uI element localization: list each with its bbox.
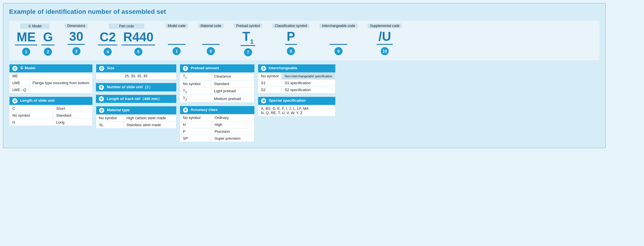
code-G: G (41, 30, 55, 45)
size-value: 25, 30, 35, 45 (96, 73, 176, 80)
ac-row2-col1: H (180, 121, 212, 128)
diag-col-U: /U 10 (377, 29, 393, 55)
pl-row3-col1: T1 (180, 87, 211, 95)
material-header: ⑥ Material type (96, 106, 176, 115)
num-slide-header: ④ Number of slide unit（2） (96, 83, 176, 91)
table-row: SL Stainless steel made (96, 122, 176, 128)
ic-row2-col1: S1 (258, 80, 282, 87)
spacer1 (55, 24, 65, 56)
table-row: ME (9, 73, 92, 80)
supplemental-label: Supplemental code (368, 24, 402, 28)
ic-row1-col1: No symbol (258, 73, 282, 80)
ic-row1-col2: Non-interchangeable specification (282, 73, 335, 80)
diag-col-T1: T1 7 (241, 29, 255, 56)
code-blank1: __ (168, 29, 185, 45)
num-2: 2 (44, 48, 52, 56)
pl-row2-col1: No symbol (180, 80, 211, 87)
mat-row1-col1: No symbol (96, 115, 124, 122)
part-code-items: C2 4 R440 5 (98, 30, 155, 56)
group-dimensions: Dimensions 30 3 (65, 24, 88, 56)
model-row3-col2 (30, 87, 92, 93)
num-1a: 1 (22, 48, 30, 56)
ic-row3-col2: S2 specification (282, 87, 335, 93)
diag-col-C2: C2 4 (98, 30, 117, 56)
diag-col-ME: ME 1 (15, 30, 37, 56)
table-row: S1 S1 specification (258, 80, 335, 87)
group-material-code: Material code __ 6 (198, 24, 223, 56)
diag-col-blank1: __ 1 (168, 29, 185, 55)
table-row: SP Super precision (180, 135, 254, 142)
circle-6: ⑥ (99, 108, 104, 113)
length-slide-header: ② Length of slide unit (9, 97, 92, 105)
diagram-area: ① Model ME 1 G 2 Dimensions 30 (9, 21, 599, 60)
interchangeable-table: ⑨ Interchangeable No symbol Non-intercha… (258, 64, 335, 93)
table-row: T1 Light preload (180, 87, 254, 95)
num-6: 6 (207, 47, 215, 55)
code-P: P (285, 29, 297, 45)
num-4: 4 (104, 48, 112, 56)
diag-col-blank3: __ 9 (330, 29, 347, 55)
table-row: H High (180, 121, 254, 128)
circle-3: ③ (99, 66, 104, 71)
code-R440: R440 (121, 30, 155, 45)
table-row: G Long (9, 119, 92, 126)
model-code2-label: Model code (165, 24, 188, 28)
length-slide-table: ② Length of slide unit C Short No symbol… (9, 97, 92, 126)
size-table: ③ Size 25, 30, 35, 45 (96, 64, 176, 80)
ls-row2-col1: No symbol (9, 112, 53, 119)
model-code-codes: ME 1 G 2 (15, 30, 55, 56)
model-row3-col1: LWE···Q (9, 87, 30, 93)
ls-row3-col1: G (9, 119, 53, 126)
special-table: ⑩ Special specification A, BS, D, E, F, … (258, 97, 335, 116)
spacer5 (223, 24, 234, 56)
spacer8 (357, 24, 368, 56)
table-row: No symbol Standard (180, 80, 254, 87)
spacer2 (88, 24, 98, 56)
num-slide-table: ④ Number of slide unit（2） (96, 83, 176, 91)
group-classification: Classification symbol P 8 (272, 24, 309, 56)
model-row2-col1: LWE (9, 80, 30, 87)
code-C2: C2 (98, 30, 117, 45)
table-row: LWE···Q (9, 87, 92, 93)
outer-container: Example of identification number of asse… (3, 3, 606, 148)
special-value: A, BS, D, E, F, I, J, L, LF, MAN, Q, RE,… (258, 105, 335, 116)
col4: ⑨ Interchangeable No symbol Non-intercha… (258, 64, 335, 142)
code-T1: T1 (241, 29, 255, 46)
interchangeable-code-label: Interchangeable code (320, 24, 357, 28)
group-interchangeable-code: Interchangeable code __ 9 (320, 24, 357, 56)
mat-row2-col1: SL (96, 122, 124, 128)
interchangeable-header: ⑨ Interchangeable (258, 64, 335, 73)
model-row1-col2 (30, 73, 92, 80)
group-part-code: Part code C2 4 R440 5 (98, 24, 155, 56)
num-1b: 1 (173, 47, 181, 55)
diag-col-R440: R440 5 (121, 30, 155, 56)
code-U: /U (377, 29, 393, 45)
num-10: 10 (381, 47, 389, 55)
circle-7: ⑦ (183, 66, 188, 71)
preload-header: ⑦ Preload amount (180, 64, 254, 73)
group-preload: Preload symbol T1 7 (234, 24, 262, 56)
length-rail-table: ⑤ Length of track rail（440 mm） (96, 95, 176, 103)
table-row: No symbol Non-interchangeable specificat… (258, 73, 335, 80)
circle-8: ⑧ (183, 107, 188, 113)
group-supplemental: Supplemental code /U 10 (368, 24, 402, 56)
spacer6 (262, 24, 272, 56)
table-row: No symbol Standard (9, 112, 92, 119)
accuracy-table: ⑧ Accuracy class No symbol Ordinary H Hi… (180, 106, 254, 142)
ac-row3-col1: P (180, 128, 212, 135)
ac-row4-col2: Super precision (212, 135, 254, 142)
material-table: ⑥ Material type No symbol High carbon st… (96, 106, 176, 128)
pl-row1-col1: Tc (180, 73, 211, 80)
code-30: 30 (67, 29, 85, 45)
circle-2: ② (12, 98, 18, 103)
special-header: ⑩ Special specification (258, 97, 335, 105)
model-row2-col2: Flange type mounting from bottom (30, 80, 92, 87)
ac-row1-col1: No symbol (180, 114, 212, 121)
part-code-label: Part code (109, 24, 144, 29)
length-rail-header: ⑤ Length of track rail（440 mm） (96, 95, 176, 103)
size-header: ③ Size (96, 64, 176, 73)
ac-row3-col2: Precision (212, 128, 254, 135)
code-ME: ME (15, 30, 37, 45)
col3: ⑦ Preload amount Tc Clearance No symbol … (180, 64, 254, 142)
diag-col-blank2: __ 6 (202, 29, 220, 55)
